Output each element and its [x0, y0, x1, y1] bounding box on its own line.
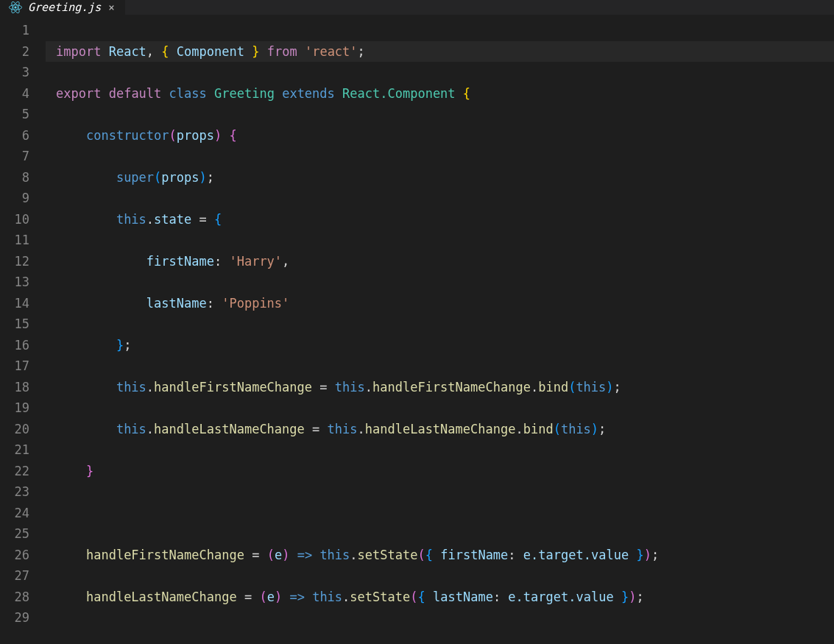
- line-number: 25: [0, 523, 46, 545]
- line-number: 20: [0, 419, 46, 440]
- code-editor[interactable]: 1234567891011121314151617181920212223242…: [0, 15, 834, 644]
- line-number: 27: [0, 565, 46, 587]
- line-number: 12: [0, 251, 46, 272]
- close-icon[interactable]: ×: [107, 0, 116, 15]
- line-number: 26: [0, 545, 46, 566]
- line-number: 2: [0, 41, 46, 63]
- svg-point-0: [14, 6, 16, 8]
- tab-filename: Greeting.js: [28, 1, 101, 14]
- line-number: 29: [0, 607, 46, 629]
- line-number: 1: [0, 20, 46, 41]
- line-number: 10: [0, 209, 46, 230]
- tab-bar: Greeting.js ×: [0, 0, 834, 15]
- line-number: 4: [0, 83, 46, 105]
- code-area[interactable]: import React, { Component } from 'react'…: [46, 15, 834, 644]
- line-number-gutter: 1234567891011121314151617181920212223242…: [0, 15, 46, 644]
- line-number: 16: [0, 335, 46, 356]
- editor-window: Greeting.js × 12345678910111213141516171…: [0, 0, 834, 644]
- line-number: 11: [0, 230, 46, 251]
- line-number: 24: [0, 503, 46, 524]
- line-number: 3: [0, 62, 46, 83]
- tab-greeting-js[interactable]: Greeting.js ×: [0, 0, 126, 15]
- line-number: 22: [0, 461, 46, 482]
- line-number: 9: [0, 188, 46, 209]
- line-number: 6: [0, 125, 46, 146]
- line-number: 17: [0, 355, 46, 377]
- line-number: 23: [0, 481, 46, 503]
- line-number: 28: [0, 587, 46, 608]
- line-number: 13: [0, 272, 46, 293]
- line-number: 8: [0, 167, 46, 188]
- line-number: 15: [0, 314, 46, 335]
- react-icon: [9, 1, 22, 14]
- line-number: 5: [0, 104, 46, 125]
- line-number: 21: [0, 439, 46, 461]
- line-number: 7: [0, 146, 46, 167]
- line-number: 19: [0, 397, 46, 419]
- line-number: 14: [0, 293, 46, 314]
- line-number: 18: [0, 377, 46, 398]
